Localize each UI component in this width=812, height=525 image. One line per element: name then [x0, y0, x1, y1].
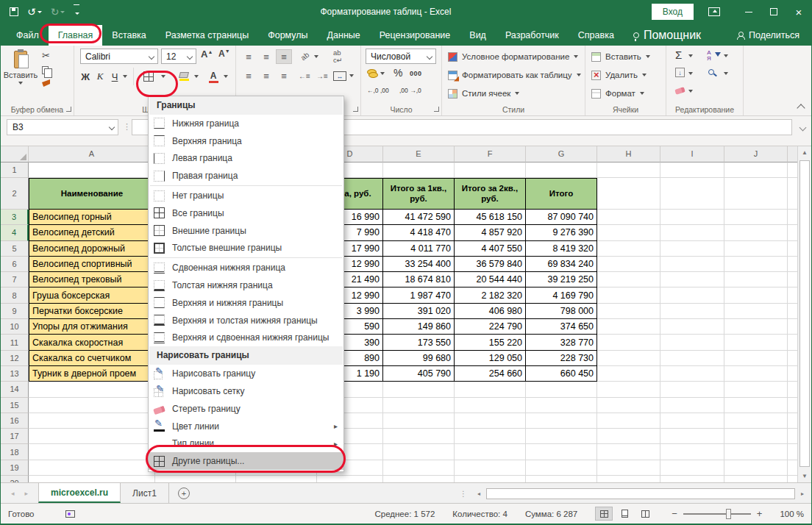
menu-item[interactable]: Верхняя и толстая нижняя границы: [149, 312, 343, 329]
empty-cell[interactable]: [597, 241, 660, 257]
row-header-13[interactable]: 13: [1, 366, 29, 382]
menu-item[interactable]: Верхняя и сдвоенная нижняя границы: [149, 329, 343, 347]
tab-page-layout[interactable]: Разметка страницы: [156, 25, 258, 46]
value-cell[interactable]: 18 674 810: [383, 272, 455, 288]
cell-styles-button[interactable]: Стили ячеек: [448, 86, 519, 101]
empty-cell[interactable]: [597, 460, 660, 476]
value-cell[interactable]: 45 618 150: [455, 210, 526, 225]
cut-icon[interactable]: [42, 50, 50, 61]
empty-cell[interactable]: [660, 398, 724, 413]
row-header-16[interactable]: 16: [1, 413, 29, 429]
empty-cell[interactable]: [383, 398, 455, 413]
value-cell[interactable]: 99 680: [383, 351, 455, 366]
empty-cell[interactable]: [383, 429, 455, 444]
underline-button[interactable]: Ч: [108, 68, 121, 85]
align-bottom-icon[interactable]: [276, 49, 292, 64]
value-cell[interactable]: 798 000: [526, 304, 597, 319]
empty-cell[interactable]: [526, 382, 597, 397]
decrease-font-icon[interactable]: A▼: [218, 49, 230, 59]
zoom-out-button[interactable]: −: [672, 508, 677, 519]
next-sheet-icon[interactable]: ▸: [25, 490, 29, 497]
row-header-6[interactable]: 6: [1, 257, 29, 272]
empty-cell[interactable]: [383, 162, 455, 178]
empty-cell[interactable]: [455, 162, 526, 178]
product-name-cell[interactable]: Турник в дверной проем: [29, 366, 155, 382]
product-name-cell[interactable]: Велосипед горный: [29, 210, 155, 225]
macro-record-icon[interactable]: [65, 510, 75, 518]
row-header-19[interactable]: 19: [1, 460, 29, 476]
product-name-cell[interactable]: Груша боксерская: [29, 288, 155, 303]
empty-cell[interactable]: [383, 460, 455, 476]
find-select-icon[interactable]: [708, 69, 714, 75]
prev-sheet-icon[interactable]: ◂: [11, 490, 15, 497]
empty-cell[interactable]: [597, 366, 660, 382]
clear-icon[interactable]: [674, 87, 685, 95]
empty-cell[interactable]: [383, 444, 455, 460]
empty-cell[interactable]: [29, 162, 155, 178]
row-header-9[interactable]: 9: [1, 304, 29, 319]
autosum-icon[interactable]: [675, 49, 682, 61]
empty-cell[interactable]: [526, 444, 597, 460]
empty-cell[interactable]: [660, 319, 724, 335]
row-header-20[interactable]: 20: [1, 476, 29, 482]
value-cell[interactable]: 8 419 320: [526, 241, 597, 257]
value-cell[interactable]: 4 857 920: [455, 225, 526, 240]
value-cell[interactable]: 405 790: [383, 366, 455, 382]
menu-item[interactable]: Толстые внешние границы: [149, 240, 343, 257]
empty-cell[interactable]: [660, 351, 724, 366]
empty-cell[interactable]: [155, 476, 236, 482]
empty-cell[interactable]: [724, 225, 788, 240]
menu-item[interactable]: Нарисовать границу: [149, 365, 343, 382]
row-header-4[interactable]: 4: [1, 225, 29, 240]
empty-cell[interactable]: [597, 178, 660, 210]
value-cell[interactable]: 39 219 250: [526, 272, 597, 288]
empty-cell[interactable]: [597, 210, 660, 225]
new-sheet-button[interactable]: +: [178, 488, 190, 499]
menu-item[interactable]: Все границы: [149, 204, 343, 222]
value-cell[interactable]: 406 980: [455, 304, 526, 319]
undo-button[interactable]: ↺: [27, 5, 42, 18]
empty-cell[interactable]: [660, 241, 724, 257]
vertical-scroll-thumb[interactable]: [799, 160, 810, 467]
empty-cell[interactable]: [29, 398, 155, 413]
value-cell[interactable]: 660 450: [526, 366, 597, 382]
decrease-indent-icon[interactable]: ←≡: [296, 68, 313, 83]
empty-cell[interactable]: [455, 429, 526, 444]
empty-cell[interactable]: [597, 429, 660, 444]
row-header-10[interactable]: 10: [1, 319, 29, 335]
empty-cell[interactable]: [526, 476, 597, 482]
empty-cell[interactable]: [597, 162, 660, 178]
fill-down-icon[interactable]: [675, 68, 685, 77]
empty-cell[interactable]: [724, 241, 788, 257]
paste-button[interactable]: Вставить: [4, 48, 38, 104]
empty-cell[interactable]: [724, 398, 788, 413]
value-cell[interactable]: 149 860: [383, 319, 455, 335]
dialog-launcher-icon[interactable]: [353, 107, 358, 112]
font-color-button[interactable]: [205, 68, 221, 85]
empty-cell[interactable]: [597, 382, 660, 397]
empty-cell[interactable]: [526, 162, 597, 178]
insert-cells-button[interactable]: Вставить: [591, 49, 650, 64]
format-as-table-button[interactable]: Форматировать как таблицу: [448, 68, 581, 82]
empty-cell[interactable]: [29, 460, 155, 476]
row-header-3[interactable]: 3: [1, 210, 29, 225]
tab-file[interactable]: Файл: [7, 25, 49, 46]
empty-cell[interactable]: [660, 382, 724, 397]
product-name-cell[interactable]: Велосипед спортивный: [29, 257, 155, 272]
empty-cell[interactable]: [526, 429, 597, 444]
horizontal-scrollbar[interactable]: ⋮ ◂ ▸: [460, 487, 808, 500]
copy-icon[interactable]: [42, 66, 49, 74]
increase-decimal-icon[interactable]: ←,0 ,00: [367, 87, 389, 94]
minimize-button[interactable]: [736, 0, 761, 24]
empty-cell[interactable]: [724, 272, 788, 288]
align-center-icon[interactable]: [258, 68, 274, 83]
table-header-cell[interactable]: Наименование: [29, 178, 155, 210]
zoom-slider[interactable]: [683, 513, 751, 515]
tab-home[interactable]: Главная: [49, 25, 103, 46]
empty-cell[interactable]: [660, 304, 724, 319]
empty-cell[interactable]: [455, 460, 526, 476]
value-cell[interactable]: 254 660: [455, 366, 526, 382]
increase-indent-icon[interactable]: →≡: [314, 68, 330, 83]
row-header-15[interactable]: 15: [1, 398, 29, 413]
row-header-18[interactable]: 18: [1, 444, 29, 460]
